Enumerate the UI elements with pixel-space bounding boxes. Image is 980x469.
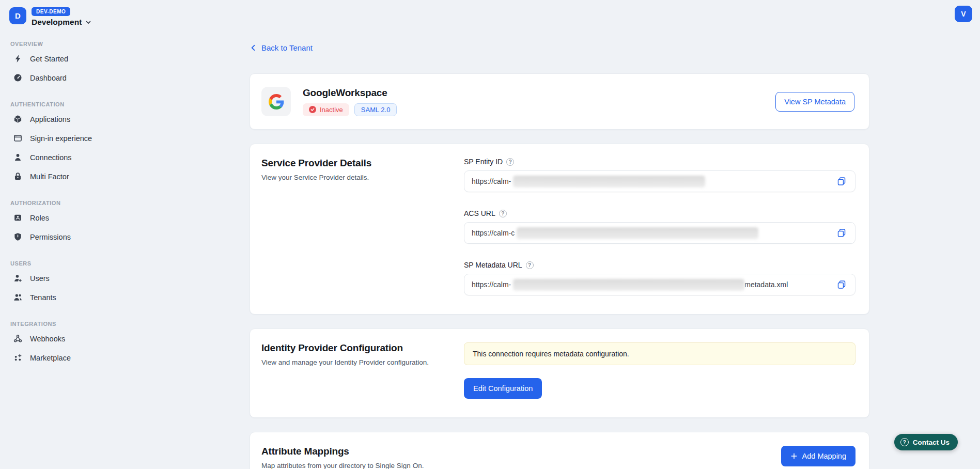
- sidebar-item-webhooks[interactable]: Webhooks: [9, 329, 146, 348]
- metadata-required-alert: This connection requires metadata config…: [464, 342, 855, 365]
- connection-title: GoogleWorkspace: [303, 87, 397, 99]
- sidebar-item-dashboard[interactable]: Dashboard: [9, 68, 146, 87]
- add-mapping-button[interactable]: Add Mapping: [781, 446, 855, 466]
- sidebar-item-marketplace[interactable]: Marketplace: [9, 348, 146, 367]
- sidebar-item-label: Webhooks: [30, 335, 65, 343]
- section-title: Attribute Mappings: [261, 446, 429, 457]
- back-to-tenant-link[interactable]: Back to Tenant: [250, 43, 313, 52]
- workspace-switcher[interactable]: D DEV-DEMO Development: [9, 6, 146, 27]
- sidebar-item-label: Sign-in experience: [30, 134, 92, 143]
- sidebar-item-label: Connections: [30, 153, 72, 162]
- section-title: Service Provider Details: [261, 158, 429, 169]
- chevron-down-icon: [85, 19, 92, 26]
- id-card-icon: [13, 213, 22, 222]
- field-value-prefix: https://calm-: [472, 280, 511, 289]
- status-check-circle-icon: [309, 106, 316, 113]
- help-icon[interactable]: ?: [526, 261, 534, 269]
- grid-plus-icon: [13, 353, 22, 362]
- copy-icon: [836, 228, 847, 238]
- sidebar-item-users[interactable]: Users: [9, 269, 146, 288]
- section-title: Identity Provider Configuration: [261, 342, 429, 354]
- status-badge: Inactive: [303, 103, 349, 116]
- lock-icon: [13, 172, 22, 181]
- sidebar-item-roles[interactable]: Roles: [9, 208, 146, 227]
- sidebar-item-get-started[interactable]: Get Started: [9, 49, 146, 68]
- acs-url-field: ACS URL ? https://calm-c: [464, 209, 855, 244]
- sidebar-item-label: Get Started: [30, 55, 68, 63]
- sp-entity-id-value[interactable]: https://calm-: [464, 170, 855, 192]
- sidebar-item-label: Users: [30, 274, 50, 283]
- field-value-prefix: https://calm-: [472, 177, 511, 185]
- redacted-value: [513, 176, 705, 187]
- sidebar-item-label: Roles: [30, 214, 49, 222]
- environment-badge: DEV-DEMO: [32, 7, 70, 16]
- sp-metadata-url-field: SP Metadata URL ? https://calm- metadata…: [464, 261, 855, 295]
- contact-us-label: Contact Us: [913, 439, 950, 446]
- sidebar-item-connections[interactable]: Connections: [9, 148, 146, 167]
- chevron-left-icon: [250, 44, 257, 52]
- nav-section-users: USERS: [9, 260, 146, 267]
- acs-url-value[interactable]: https://calm-c: [464, 222, 855, 244]
- gauge-icon: [13, 73, 22, 82]
- view-sp-metadata-button[interactable]: View SP Metadata: [775, 92, 854, 112]
- sidebar-item-permissions[interactable]: Permissions: [9, 227, 146, 246]
- sidebar-item-sign-in-experience[interactable]: Sign-in experience: [9, 129, 146, 148]
- webhook-icon: [13, 334, 22, 343]
- sidebar-item-multi-factor[interactable]: Multi Factor: [9, 167, 146, 186]
- google-g-icon: [269, 94, 284, 110]
- sidebar-item-label: Tenants: [30, 293, 56, 302]
- sidebar-item-label: Multi Factor: [30, 173, 69, 181]
- field-label: SP Entity ID: [464, 158, 503, 166]
- contact-us-button[interactable]: ? Contact Us: [894, 434, 958, 450]
- sp-metadata-url-value[interactable]: https://calm- metadata.xml: [464, 274, 855, 295]
- connection-header-card: GoogleWorkspace Inactive SAML 2.0 View S…: [250, 73, 869, 130]
- sidebar-item-label: Permissions: [30, 233, 71, 241]
- field-value-prefix: https://calm-c: [472, 229, 515, 237]
- sidebar-item-label: Applications: [30, 115, 70, 123]
- field-label: SP Metadata URL: [464, 261, 522, 269]
- sidebar-item-label: Dashboard: [30, 74, 67, 82]
- question-circle-icon: ?: [900, 438, 909, 446]
- copy-icon: [836, 176, 847, 186]
- section-subtitle: View your Service Provider details.: [261, 174, 429, 181]
- sidebar-item-label: Marketplace: [30, 354, 71, 362]
- protocol-badge: SAML 2.0: [354, 103, 397, 116]
- nav-section-overview: OVERVIEW: [9, 41, 146, 47]
- user-plus-icon: [13, 274, 22, 283]
- people-icon: [13, 293, 22, 302]
- idp-configuration-card: Identity Provider Configuration View and…: [250, 329, 869, 418]
- workspace-name: Development: [32, 18, 82, 27]
- browser-window-icon: [13, 134, 22, 143]
- redacted-value: [517, 227, 758, 239]
- service-provider-details-card: Service Provider Details View your Servi…: [250, 144, 869, 315]
- back-link-label: Back to Tenant: [261, 43, 313, 52]
- copy-button[interactable]: [835, 278, 848, 291]
- nav-section-authorization: AUTHORIZATION: [9, 200, 146, 206]
- main-content: Back to Tenant GoogleWorkspace Inactive: [250, 43, 869, 469]
- copy-icon: [836, 279, 847, 290]
- bolt-icon: [13, 54, 22, 63]
- cube-icon: [13, 115, 22, 123]
- sidebar-item-applications[interactable]: Applications: [9, 110, 146, 129]
- status-label: Inactive: [320, 106, 343, 114]
- user-avatar[interactable]: V: [955, 6, 972, 22]
- help-icon[interactable]: ?: [499, 210, 507, 217]
- redacted-value: [513, 279, 744, 291]
- sidebar-item-tenants[interactable]: Tenants: [9, 288, 146, 307]
- workspace-logo: D: [9, 7, 26, 24]
- section-subtitle: View and manage your Identity Provider c…: [261, 358, 429, 366]
- person-icon: [13, 153, 22, 162]
- nav-section-integrations: INTEGRATIONS: [9, 321, 146, 327]
- copy-button[interactable]: [835, 227, 848, 239]
- add-mapping-label: Add Mapping: [802, 452, 846, 460]
- plus-icon: [790, 452, 798, 460]
- nav-section-authentication: AUTHENTICATION: [9, 101, 146, 107]
- section-subtitle: Map attributes from your directory to Si…: [261, 462, 429, 469]
- field-label: ACS URL: [464, 209, 495, 217]
- copy-button[interactable]: [835, 175, 848, 187]
- sidebar: D DEV-DEMO Development OVERVIEW Get Star…: [0, 0, 155, 373]
- attribute-mappings-card: Attribute Mappings Map attributes from y…: [250, 432, 869, 469]
- help-icon[interactable]: ?: [506, 158, 514, 166]
- edit-configuration-button[interactable]: Edit Configuration: [464, 378, 542, 399]
- shield-icon: [13, 232, 22, 241]
